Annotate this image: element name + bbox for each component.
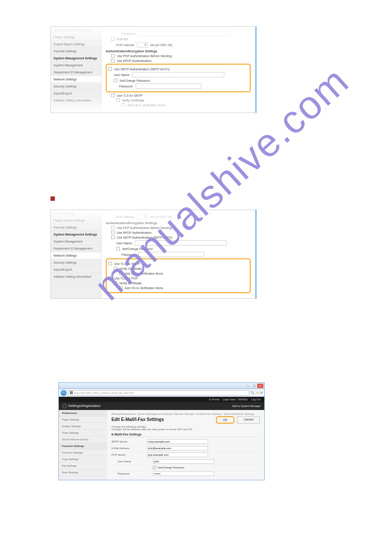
smtp-server-input[interactable]	[147, 439, 208, 444]
sidebar-item[interactable]: System Management	[51, 62, 101, 69]
pop-rx-checkbox[interactable]	[111, 37, 115, 41]
sidebar-item[interactable]: Printer Settings	[51, 34, 101, 41]
apop-checkbox[interactable]	[111, 59, 115, 62]
sidebar-item[interactable]: Printer Settings	[51, 210, 101, 217]
sidebar-item[interactable]: Paper Settings	[59, 417, 107, 423]
sidebar-item[interactable]: Copy Settings	[59, 456, 107, 463]
sidebar-item[interactable]: System Management	[51, 238, 101, 245]
sidebar-item[interactable]: Memory Media Print Settings	[51, 27, 101, 34]
tls-pop-checkbox[interactable]	[108, 276, 112, 280]
pop-server-label: POP Server:	[111, 453, 147, 456]
favorites-icon[interactable]: ★	[256, 391, 259, 395]
sidebar-item[interactable]: Common Settings	[59, 450, 107, 456]
add-cn-checkbox[interactable]	[122, 103, 125, 107]
pop-server-input[interactable]	[147, 453, 208, 457]
search-icon[interactable]: 🔍	[251, 391, 255, 395]
sidebar-item-network-settings[interactable]: Network Settings	[51, 252, 101, 259]
sidebar-header: System Management Settings	[51, 55, 101, 62]
sidebar-item[interactable]: Import/Export	[51, 90, 101, 97]
sidebar-item[interactable]: Sound Volume Control	[59, 436, 107, 443]
add-cn2-checkbox[interactable]	[119, 286, 122, 290]
to-portal-link[interactable]: To Portal	[209, 398, 219, 401]
sidebar-item[interactable]: Favorite Settings	[51, 224, 101, 231]
maximize-icon[interactable]: □	[251, 384, 257, 388]
browser-sidebar: Preferences Paper Settings Display Setti…	[59, 410, 107, 480]
sidebar-item[interactable]: Output Report Settings	[51, 41, 101, 48]
verify-cert2-label: Verify Certificate	[119, 282, 142, 285]
settings-registration-title: Settings/Registration	[68, 404, 101, 408]
sidebar-item[interactable]: Security Settings	[51, 83, 101, 90]
sidebar-item[interactable]: Output Report Settings	[51, 217, 101, 224]
sidebar-item[interactable]: Display Settings	[59, 423, 107, 430]
email-input[interactable]	[147, 446, 208, 450]
sidebar-item[interactable]: Security Settings	[51, 259, 101, 266]
username-input[interactable]	[153, 459, 214, 464]
app-topbar: To Portal Login User: 7654321 Log Out	[59, 397, 264, 402]
sidebar-item[interactable]: Favorite Settings	[51, 48, 101, 55]
sidebar-item[interactable]: Initialize Setting Information	[51, 97, 101, 104]
username-input[interactable]	[135, 240, 227, 246]
back-button[interactable]: ←	[61, 390, 67, 396]
url-field[interactable]: http://192.168.1.24/m_network_email_fax_…	[68, 390, 249, 395]
apop-label: Use APOP Authentication	[117, 231, 151, 234]
sidebar-item[interactable]: Timer Settings	[59, 430, 107, 436]
smtp-auth-label: Use SMTP Authentication (SMTP AUTH)	[117, 236, 172, 239]
user-id: 7654321	[237, 398, 248, 401]
email-label: E-Mail Address:	[111, 447, 147, 450]
tls-smtp-label: Use TLS for SMTP	[114, 262, 140, 265]
password-input[interactable]	[153, 472, 214, 476]
add-cn-label: Add CN to Verification Items	[127, 104, 166, 107]
ok-button[interactable]: OK	[216, 416, 234, 424]
set-change-password-checkbox[interactable]	[153, 466, 156, 469]
sidebar-item[interactable]: Department ID Management	[51, 245, 101, 252]
tls-smtp-checkbox[interactable]	[108, 262, 112, 265]
set-password-checkbox[interactable]	[114, 79, 117, 82]
tls-pop-label: Use TLS for POP	[114, 277, 138, 280]
sidebar-item-network-settings[interactable]: Network Settings	[51, 76, 101, 83]
pop-auth-checkbox[interactable]	[111, 226, 115, 229]
username-input[interactable]	[132, 72, 224, 77]
sidebar-header: System Management Settings	[51, 231, 101, 238]
verify-cert2-checkbox[interactable]	[114, 281, 117, 285]
tls-smtp-checkbox[interactable]	[111, 94, 115, 97]
smtp-auth-label: Use SMTP Authentication (SMTP AUTH)	[114, 68, 169, 71]
pop-interval-hint: min.(0=Off/1-99)	[150, 44, 173, 47]
cancel-button[interactable]: Cancel	[237, 416, 260, 424]
sidebar-item[interactable]: Import/Export	[51, 266, 101, 273]
sidebar-item[interactable]: Department ID Management	[51, 69, 101, 76]
add-cn-checkbox[interactable]	[119, 272, 122, 275]
pop-interval-hint: min.(0=Off/1-99)	[150, 215, 173, 218]
pop-auth-checkbox[interactable]	[111, 54, 115, 58]
password-input[interactable]	[138, 31, 230, 36]
mail-to-manager-link[interactable]: Mail to System Manager	[232, 405, 261, 407]
minimize-icon[interactable]: –	[245, 384, 251, 388]
login-user-label: Login User: 7654321	[223, 398, 248, 401]
verify-cert-checkbox[interactable]	[114, 267, 117, 270]
password-input[interactable]	[138, 252, 204, 257]
smtp-auth-checkbox[interactable]	[108, 67, 112, 71]
verify-cert-checkbox[interactable]	[116, 98, 120, 102]
subtext-line2: Changes will be effective after the main…	[111, 428, 260, 431]
browser-titlebar: – □ ×	[59, 383, 264, 389]
settings-panel-smtp-auth: Memory Media Print Settings Printer Sett…	[50, 26, 257, 113]
browser-window: – □ × ← http://192.168.1.24/m_network_em…	[58, 382, 265, 480]
set-password-checkbox[interactable]	[116, 247, 120, 250]
password2-input[interactable]	[136, 83, 201, 89]
auth-section-title: Authentication/Encryption Settings	[106, 50, 251, 53]
logout-link[interactable]: Log Out	[252, 398, 261, 401]
form-section-title: E-Mail/I-Fax Settings	[111, 433, 260, 437]
pop-auth-label: Use POP Authentication Before Sending	[117, 54, 172, 58]
settings-sidebar-b: Printer Settings Output Report Settings …	[51, 210, 101, 298]
pop-interval-input[interactable]: 0	[137, 42, 148, 47]
pop-interval-input[interactable]: 0	[137, 214, 148, 219]
breadcrumb: Settings/Registration: System Management…	[111, 413, 260, 415]
smtp-auth-checkbox[interactable]	[111, 236, 115, 239]
close-icon[interactable]: ×	[257, 384, 263, 388]
sidebar-item[interactable]: Initialize Setting Information	[51, 273, 101, 280]
gear-icon[interactable]: ⚙	[260, 391, 263, 395]
url-text: http://192.168.1.24/m_network_email_fax_…	[74, 390, 134, 395]
apop-checkbox[interactable]	[111, 231, 115, 234]
sidebar-item[interactable]: Fax Settings	[59, 463, 107, 469]
verify-cert-label: Verify Certificate	[122, 99, 144, 102]
sidebar-item[interactable]: Scan Settings	[59, 469, 107, 476]
